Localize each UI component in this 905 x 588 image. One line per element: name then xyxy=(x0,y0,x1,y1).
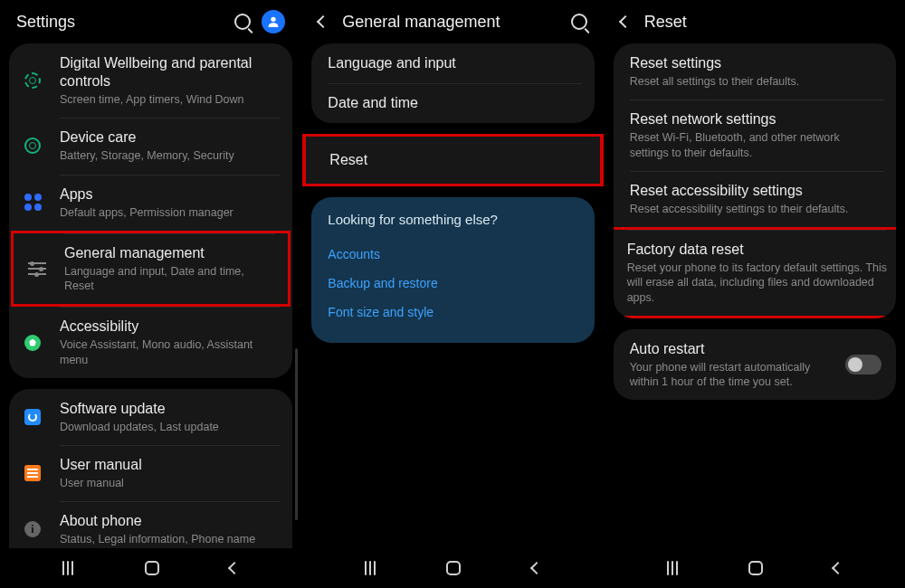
looking-heading: Looking for something else? xyxy=(328,212,577,227)
devicecare-icon xyxy=(20,133,45,158)
auto-restart-group: Auto restart Your phone will restart aut… xyxy=(614,329,896,401)
settings-group-2: Software update Download updates, Last u… xyxy=(9,389,292,548)
manual-icon xyxy=(20,460,45,486)
content: Reset settings Reset all settings to the… xyxy=(605,43,905,548)
search-icon[interactable] xyxy=(234,14,251,30)
item-apps[interactable]: Apps Default apps, Permission manager xyxy=(9,175,292,231)
reset-panel: Reset Reset settings Reset all settings … xyxy=(604,0,905,588)
apps-icon xyxy=(20,190,45,215)
page-title: Reset xyxy=(644,13,889,32)
svg-point-0 xyxy=(272,17,276,22)
nav-recents-icon[interactable] xyxy=(365,561,376,575)
item-reset-settings[interactable]: Reset settings Reset all settings to the… xyxy=(614,43,896,100)
nav-back-icon[interactable] xyxy=(228,562,241,574)
item-accessibility[interactable]: Accessibility Voice Assistant, Mono audi… xyxy=(9,307,292,378)
link-accounts[interactable]: Accounts xyxy=(328,240,577,269)
search-icon[interactable] xyxy=(571,14,587,30)
settings-group-1: Digital Wellbeing and parental controls … xyxy=(9,43,292,378)
general-management-panel: General management Language and input Da… xyxy=(301,0,603,588)
accessibility-icon xyxy=(20,330,45,356)
info-icon: i xyxy=(20,517,45,542)
item-general-management[interactable]: General management Language and input, D… xyxy=(11,231,291,308)
sliders-icon xyxy=(24,256,50,281)
back-icon[interactable] xyxy=(619,15,632,28)
back-icon[interactable] xyxy=(317,15,329,28)
nav-back-icon[interactable] xyxy=(832,562,844,574)
nav-bar xyxy=(0,548,301,588)
item-factory-data-reset[interactable]: Factory data reset Reset your phone to i… xyxy=(614,227,896,318)
nav-recents-icon[interactable] xyxy=(62,561,73,575)
page-title: General management xyxy=(342,13,559,32)
item-digital-wellbeing[interactable]: Digital Wellbeing and parental controls … xyxy=(9,43,292,118)
gm-group-1: Language and input Date and time xyxy=(311,43,594,123)
link-font-size-style[interactable]: Font size and style xyxy=(328,298,577,327)
item-user-manual[interactable]: User manual User manual xyxy=(9,445,292,501)
nav-recents-icon[interactable] xyxy=(667,561,678,575)
content: Language and input Date and time Reset L… xyxy=(302,43,603,548)
nav-bar xyxy=(302,548,603,588)
link-backup-restore[interactable]: Backup and restore xyxy=(328,269,577,298)
looking-card: Looking for something else? Accounts Bac… xyxy=(311,197,594,343)
header: General management xyxy=(302,0,603,43)
auto-restart-toggle[interactable] xyxy=(845,355,881,375)
item-software-update[interactable]: Software update Download updates, Last u… xyxy=(9,389,292,445)
nav-home-icon[interactable] xyxy=(748,561,763,575)
settings-list: Digital Wellbeing and parental controls … xyxy=(0,43,301,548)
header: Reset xyxy=(605,0,905,43)
item-language-input[interactable]: Language and input xyxy=(311,43,594,83)
nav-back-icon[interactable] xyxy=(530,562,543,574)
item-reset-accessibility[interactable]: Reset accessibility settings Reset acces… xyxy=(614,171,896,227)
item-about-phone[interactable]: i About phone Status, Legal information,… xyxy=(9,501,292,548)
account-avatar[interactable] xyxy=(262,10,285,33)
update-icon xyxy=(20,404,45,430)
item-reset[interactable]: Reset xyxy=(302,134,603,186)
nav-bar xyxy=(605,548,905,588)
page-title: Settings xyxy=(16,13,224,32)
item-date-time[interactable]: Date and time xyxy=(311,83,594,123)
reset-group: Reset settings Reset all settings to the… xyxy=(614,43,896,318)
settings-panel: Settings Digital Wellbeing and parental … xyxy=(0,0,301,588)
item-reset-network[interactable]: Reset network settings Reset Wi-Fi, Blue… xyxy=(614,100,896,171)
header: Settings xyxy=(0,0,301,43)
scrollbar[interactable] xyxy=(295,348,298,520)
wellbeing-icon xyxy=(20,68,45,93)
nav-home-icon[interactable] xyxy=(446,561,461,575)
nav-home-icon[interactable] xyxy=(145,561,159,575)
item-device-care[interactable]: Device care Battery, Storage, Memory, Se… xyxy=(9,118,292,174)
item-auto-restart[interactable]: Auto restart Your phone will restart aut… xyxy=(614,329,896,401)
